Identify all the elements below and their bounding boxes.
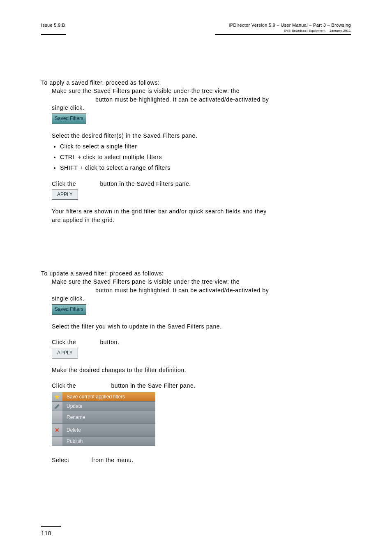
- menu-item-label: Update: [62, 403, 83, 410]
- section2-step2: Select the filter you wish to update in …: [52, 322, 351, 331]
- section1-bullet-3: SHIFT + click to select a range of filte…: [60, 164, 351, 172]
- section1-step3: Click the button in the Saved Filters pa…: [52, 180, 351, 188]
- section2-step1-line3: single click.: [52, 294, 351, 303]
- section2-step1-line1: Make sure the Saved Filters pane is visi…: [52, 278, 351, 286]
- section2-step3: Click the button.: [52, 338, 351, 346]
- apply-button[interactable]: APPLY: [52, 190, 78, 200]
- section1-step2: Select the desired filter(s) in the Save…: [52, 132, 351, 140]
- header-subtitle: EVS Broadcast Equipment – January 2011: [229, 29, 351, 32]
- header-issue: Issue 5.9.B: [41, 23, 65, 28]
- menu-item-publish[interactable]: Publish: [52, 437, 155, 446]
- saved-filters-button[interactable]: Saved Filters: [52, 113, 86, 124]
- page-footer: 110: [41, 526, 351, 536]
- menu-item-label: Publish: [62, 438, 83, 445]
- section1-bullet-2: CTRL + click to select multiple filters: [60, 153, 351, 161]
- section1-step4-line1: Your filters are shown in the grid filte…: [52, 207, 351, 215]
- section2-intro: To update a saved filter, proceed as fol…: [41, 269, 351, 278]
- apply-button[interactable]: APPLY: [52, 348, 78, 358]
- header-rule-right: [215, 34, 351, 35]
- menu-item-label: Rename: [62, 414, 85, 421]
- page-header: Issue 5.9.B IPDirector Version 5.9 – Use…: [41, 23, 351, 32]
- section1-step1-line3: single click.: [52, 104, 351, 112]
- header-title: IPDirector Version 5.9 – User Manual – P…: [229, 23, 351, 28]
- menu-item-rename[interactable]: Rename: [52, 411, 155, 424]
- header-rule-left: [41, 34, 66, 35]
- menu-item-label: Save current applied filters: [62, 393, 125, 400]
- menu-item-update[interactable]: Update: [52, 402, 155, 411]
- filter-options-menu: Save current applied filters Update Rena…: [52, 392, 155, 446]
- section2-step5: Click the button in the Save Filter pane…: [52, 382, 351, 390]
- section1-step4-line2: are applied in the grid.: [52, 216, 351, 224]
- page-number: 110: [41, 530, 351, 536]
- menu-item-save-current[interactable]: Save current applied filters: [52, 392, 155, 402]
- footer-rule: [41, 526, 61, 527]
- saved-filters-button[interactable]: Saved Filters: [52, 304, 86, 314]
- section2-step1-line2: button must be highlighted. It can be ac…: [52, 286, 351, 294]
- cross-icon: ✕: [55, 426, 60, 434]
- section1-intro: To apply a saved filter, proceed as foll…: [41, 79, 351, 87]
- section1-step1-line2: button must be highlighted. It can be ac…: [52, 95, 351, 104]
- section1-bullet-1: Click to select a single filter: [60, 142, 351, 150]
- menu-item-label: Delete: [62, 427, 81, 434]
- section1-step1-line1: Make sure the Saved Filters pane is visi…: [52, 87, 351, 95]
- section2-step6: Select from the menu.: [52, 456, 351, 464]
- menu-item-delete[interactable]: ✕ Delete: [52, 424, 155, 437]
- section2-step4: Make the desired changes to the filter d…: [52, 366, 351, 374]
- pencil-icon: [55, 404, 60, 409]
- star-icon: [54, 393, 60, 400]
